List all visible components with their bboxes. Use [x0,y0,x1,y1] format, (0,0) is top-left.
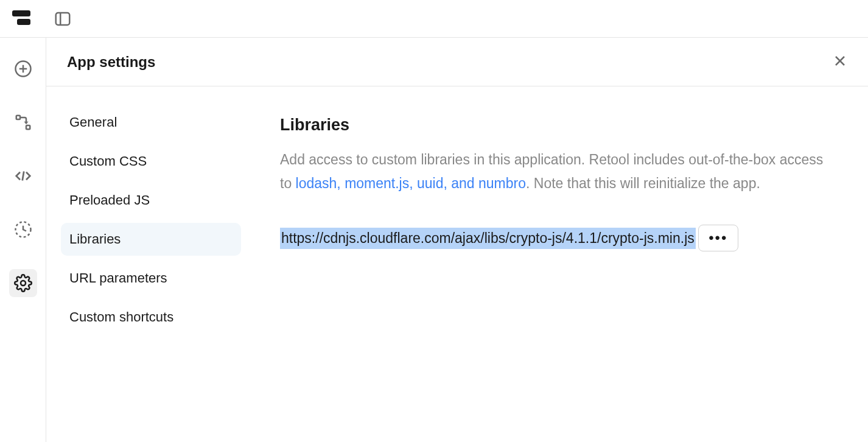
svg-point-10 [21,281,26,286]
code-icon[interactable] [9,162,37,190]
component-tree-icon[interactable] [9,108,37,136]
settings-content: Libraries Add access to custom libraries… [256,106,868,442]
history-icon[interactable] [9,216,37,244]
icon-rail [0,38,46,442]
settings-header: App settings [46,38,868,86]
settings-nav: General Custom CSS Preloaded JS Librarie… [46,106,256,442]
more-options-button[interactable]: ••• [698,225,738,251]
desc-text-after: . Note that this will reinitialize the a… [526,175,760,191]
library-row: https://cdnjs.cloudflare.com/ajax/libs/c… [280,225,831,251]
nav-item-url-parameters[interactable]: URL parameters [61,262,241,295]
ellipsis-icon: ••• [709,230,727,247]
nav-item-preloaded-js[interactable]: Preloaded JS [61,184,241,217]
settings-gear-icon[interactable] [9,269,37,297]
svg-marker-7 [24,122,29,124]
svg-rect-0 [56,13,70,25]
nav-item-libraries[interactable]: Libraries [61,223,241,256]
svg-line-8 [22,172,24,181]
content-description: Add access to custom libraries in this a… [280,148,828,195]
close-icon[interactable] [833,54,847,71]
nav-item-custom-shortcuts[interactable]: Custom shortcuts [61,301,241,334]
nav-item-general[interactable]: General [61,106,241,139]
svg-rect-6 [26,125,30,129]
library-url-input[interactable]: https://cdnjs.cloudflare.com/ajax/libs/c… [280,228,696,249]
app-logo-icon[interactable] [12,10,30,27]
add-button[interactable] [9,55,37,83]
nav-item-custom-css[interactable]: Custom CSS [61,145,241,178]
content-heading: Libraries [280,116,831,135]
panel-toggle-icon[interactable] [54,10,72,28]
builtin-libraries-link[interactable]: lodash, moment.js, uuid, and numbro [296,175,526,191]
page-title: App settings [67,54,155,71]
svg-rect-5 [16,116,19,119]
topbar [0,0,868,38]
